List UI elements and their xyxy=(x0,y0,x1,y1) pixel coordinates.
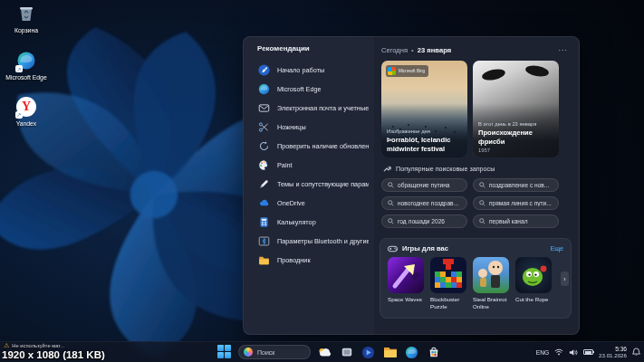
desktop-icon-edge[interactable]: ↗ Microsoft Edge xyxy=(0,49,53,81)
tray-time: 5:36 xyxy=(599,346,627,353)
desktop-icon-yandex[interactable]: Y ↗ Yandex xyxy=(0,95,53,128)
search-chip[interactable]: новогоднее поздрав... xyxy=(381,196,467,210)
blockbuster-puzzle-art xyxy=(430,257,466,293)
recommendations-section: Рекомендации Начало работы Microsoft Edg… xyxy=(244,37,374,334)
warning-text: Не используйте мат... xyxy=(12,343,64,348)
warning-icon: ⚠ xyxy=(4,342,9,349)
start-panel: Рекомендации Начало работы Microsoft Edg… xyxy=(243,36,580,335)
desktop-icon-list: Корзина ↗ Microsoft Edge Y ↗ Yandex xyxy=(0,2,53,136)
rec-item-snipping-tool[interactable]: Ножницы xyxy=(257,118,369,137)
games-scroll-right-button[interactable]: › xyxy=(561,272,569,286)
rec-item-windows-update[interactable]: Проверить наличие обновлений xyxy=(257,137,369,156)
search-orb-icon xyxy=(244,348,253,357)
search-chip[interactable]: год лошади 2026 xyxy=(381,214,467,228)
today-separator: • xyxy=(411,46,414,54)
start-button[interactable] xyxy=(217,345,232,359)
desktop-icon-label: Microsoft Edge xyxy=(0,74,53,81)
microsoft-store-button[interactable] xyxy=(426,345,441,360)
getting-started-icon xyxy=(257,64,270,77)
mail-icon xyxy=(257,102,270,115)
trending-title: Популярные поисковые запросы xyxy=(396,165,495,173)
more-options-icon[interactable]: ... xyxy=(556,44,570,55)
rec-item-onedrive[interactable]: OneDrive xyxy=(257,194,369,213)
viewer-caption: ⚠ Не используйте мат... 1920 x 1080 (181… xyxy=(2,342,105,360)
recommendations-title: Рекомендации xyxy=(257,44,369,52)
calculator-icon xyxy=(257,216,270,229)
card-eyebrow: Изображение дня xyxy=(387,129,463,134)
search-chip[interactable]: прямая линия с пути... xyxy=(473,196,559,210)
notification-bell-icon[interactable] xyxy=(632,348,640,357)
search-chip[interactable]: первый канал xyxy=(473,214,559,228)
today-cards: Microsoft Bing Изображение дня Þorrablót… xyxy=(381,61,570,157)
file-explorer-button[interactable] xyxy=(382,345,398,360)
onedrive-cloud-icon xyxy=(257,197,270,210)
clock[interactable]: 5:36 23.01.2026 xyxy=(599,346,627,359)
rec-item-getting-started[interactable]: Начало работы xyxy=(257,61,369,80)
trending-chips: обращение путина поздравление с нов... н… xyxy=(381,178,570,228)
steal-brainrot-art xyxy=(473,257,509,293)
card-eyebrow: В этот день в 23 января xyxy=(478,121,554,127)
battery-icon[interactable] xyxy=(583,349,593,355)
games-title: Игры для вас xyxy=(402,244,448,252)
image-size-caption: 1920 x 1080 (181 KB) xyxy=(2,349,105,360)
desktop-icon-label: Yandex xyxy=(0,120,53,128)
today-section: Сегодня • 23 января ... Microsoft Bing И… xyxy=(374,37,581,334)
gamepad-icon xyxy=(388,245,398,252)
cut-the-rope-art xyxy=(515,257,552,293)
scissors-icon xyxy=(257,121,270,134)
language-indicator[interactable]: ENG xyxy=(536,349,549,356)
volume-icon[interactable] xyxy=(569,348,578,357)
card-subtitle: 1957 xyxy=(478,148,554,153)
recycle-bin-icon xyxy=(16,4,36,24)
desktop-icon-recycle-bin[interactable]: Корзина xyxy=(0,2,53,34)
rec-item-mail[interactable]: Электронная почта и учетные записи xyxy=(257,99,369,118)
today-date: 23 января xyxy=(418,46,451,54)
today-label: Сегодня xyxy=(381,46,408,54)
rec-item-edge[interactable]: Microsoft Edge xyxy=(257,80,369,99)
games-more-link[interactable]: Еще xyxy=(550,244,563,252)
edge-button[interactable] xyxy=(404,345,419,360)
search-placeholder: Поиск xyxy=(257,349,274,356)
widgets-weather-button[interactable] xyxy=(317,345,332,360)
today-header: Сегодня • 23 января ... xyxy=(381,44,570,55)
bing-badge: Microsoft Bing xyxy=(386,65,428,77)
paint-palette-icon xyxy=(257,159,270,172)
rec-item-file-explorer[interactable]: Проводник xyxy=(257,251,369,270)
shortcut-arrow-icon: ↗ xyxy=(15,111,23,119)
game-tile-steal-brainrot[interactable]: Steal Brainrot Online xyxy=(473,257,510,310)
bing-logo-icon xyxy=(388,67,396,75)
space-waves-art xyxy=(388,257,424,293)
shortcut-arrow-icon: ↗ xyxy=(15,65,23,72)
bluetooth-icon xyxy=(257,235,270,248)
game-tile-blockbuster-puzzle[interactable]: Blockbuster Puzzle xyxy=(430,257,467,310)
trending-header: Популярные поисковые запросы xyxy=(383,165,570,173)
wifi-icon[interactable] xyxy=(554,348,563,356)
rec-item-themes[interactable]: Темы и сопутствующие параметры xyxy=(257,175,369,194)
rec-item-calculator[interactable]: Калькулятор xyxy=(257,213,369,232)
rec-item-bluetooth-settings[interactable]: Параметры Bluetooth и другие пара... xyxy=(257,232,369,251)
image-of-the-day-card[interactable]: Microsoft Bing Изображение дня Þorrablót… xyxy=(381,61,467,157)
search-chip[interactable]: поздравление с нов... xyxy=(473,178,559,192)
game-tile-space-waves[interactable]: Space Waves xyxy=(388,257,425,310)
folder-icon xyxy=(257,254,270,267)
card-title: Происхождение фрисби xyxy=(478,129,554,146)
media-player-button[interactable] xyxy=(360,345,376,360)
edge-icon xyxy=(257,83,270,96)
sync-icon xyxy=(257,140,270,153)
card-title: Þorrablót, Icelandic midwinter festival xyxy=(387,136,463,153)
games-section: Игры для вас Еще Space Waves xyxy=(380,238,572,319)
trending-arrow-icon xyxy=(383,165,391,173)
on-this-day-card[interactable]: В этот день в 23 января Происхождение фр… xyxy=(473,61,559,157)
game-tile-cut-the-rope[interactable]: Cut the Rope xyxy=(515,257,553,310)
pen-icon xyxy=(257,178,270,191)
rec-item-paint[interactable]: Paint xyxy=(257,156,369,175)
task-view-button[interactable] xyxy=(339,345,354,360)
search-chip[interactable]: обращение путина xyxy=(381,178,467,192)
taskbar-search-box[interactable]: Поиск xyxy=(238,345,311,359)
desktop-icon-label: Корзина xyxy=(0,27,53,34)
tray-date: 23.01.2026 xyxy=(599,352,627,358)
